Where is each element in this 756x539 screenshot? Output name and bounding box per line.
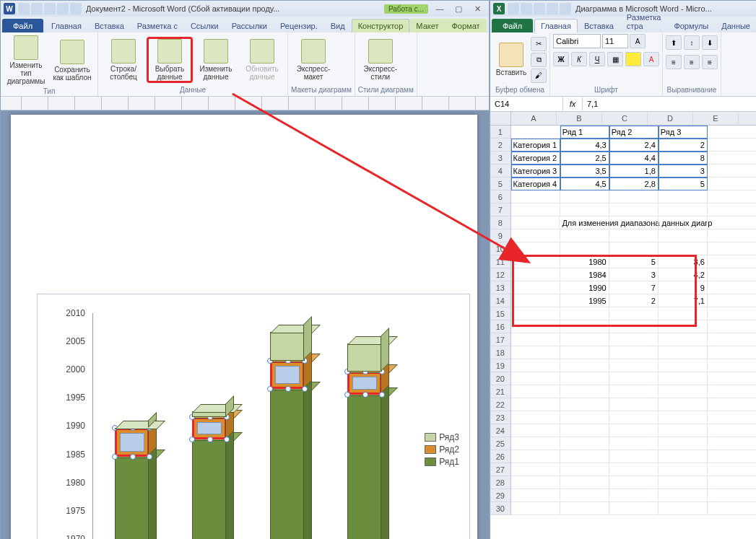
fx-icon[interactable]: fx <box>563 97 583 111</box>
cell[interactable] <box>560 203 609 216</box>
cell[interactable] <box>511 450 560 463</box>
cell[interactable] <box>659 203 708 216</box>
cell[interactable] <box>659 320 708 333</box>
cell[interactable] <box>560 307 609 320</box>
row-header[interactable]: 5 <box>490 178 511 190</box>
cell[interactable]: 7 <box>609 281 659 294</box>
row-header[interactable]: 15 <box>490 307 511 320</box>
cell[interactable] <box>511 437 560 450</box>
cell[interactable] <box>659 346 708 359</box>
cell[interactable]: Категория 3 <box>511 165 560 178</box>
cell[interactable] <box>659 242 708 255</box>
cell[interactable] <box>511 489 560 502</box>
cell[interactable] <box>708 398 756 411</box>
select-all-corner[interactable] <box>490 112 511 125</box>
font-name-select[interactable]: Calibri <box>553 34 601 48</box>
row-header[interactable]: 26 <box>490 450 511 463</box>
cell[interactable] <box>609 203 659 216</box>
cell[interactable] <box>609 424 659 437</box>
cell[interactable] <box>609 476 659 489</box>
cell[interactable] <box>511 463 560 476</box>
cell[interactable] <box>609 489 659 502</box>
row-header[interactable]: 7 <box>490 203 511 216</box>
cell[interactable] <box>560 359 609 372</box>
row-header[interactable]: 24 <box>490 424 511 437</box>
cell[interactable]: 1980 <box>560 255 609 268</box>
bold-button[interactable]: Ж <box>553 52 569 66</box>
cell[interactable]: 4,3 <box>560 139 609 152</box>
express-layout-button[interactable]: Экспресс-макет <box>291 38 336 82</box>
font-size-select[interactable]: 11 <box>602 34 628 48</box>
cell[interactable] <box>560 411 609 424</box>
cell[interactable] <box>560 489 609 502</box>
cell[interactable] <box>511 242 560 255</box>
cell[interactable] <box>609 385 659 398</box>
cell[interactable]: 2,8 <box>609 178 659 190</box>
cell[interactable] <box>609 437 659 450</box>
cell[interactable] <box>659 424 708 437</box>
cell[interactable] <box>708 346 756 359</box>
tab-insert[interactable]: Вставка <box>88 19 131 32</box>
close-icon[interactable]: ✕ <box>469 3 486 14</box>
cell[interactable] <box>560 190 609 203</box>
cell[interactable]: 2 <box>609 294 659 307</box>
cell[interactable]: 4,4 <box>609 152 659 165</box>
cell[interactable] <box>708 242 756 255</box>
cell[interactable]: 5 <box>659 178 708 190</box>
cell[interactable]: 9 <box>659 281 708 294</box>
row-header[interactable]: 16 <box>490 320 511 333</box>
align-right-button[interactable]: ≡ <box>702 55 718 69</box>
cell[interactable] <box>560 437 609 450</box>
cell[interactable] <box>609 190 659 203</box>
cell[interactable] <box>659 489 708 502</box>
row-header[interactable]: 30 <box>490 502 511 515</box>
cell[interactable] <box>609 450 659 463</box>
cell[interactable] <box>708 281 756 294</box>
align-mid-button[interactable]: ↕ <box>684 35 700 50</box>
cell[interactable]: Ряд 3 <box>659 126 708 139</box>
row-header[interactable]: 8 <box>490 216 511 229</box>
cell[interactable] <box>659 437 708 450</box>
row-header[interactable]: 25 <box>490 437 511 450</box>
cell[interactable] <box>511 502 560 515</box>
italic-button[interactable]: К <box>571 52 587 66</box>
cell[interactable]: 4,2 <box>659 268 708 281</box>
cell[interactable] <box>708 502 756 515</box>
cell[interactable] <box>659 411 708 424</box>
cell[interactable] <box>560 502 609 515</box>
cell[interactable]: 1995 <box>560 294 609 307</box>
maximize-icon[interactable]: ▢ <box>450 3 467 14</box>
row-header[interactable]: 2 <box>490 139 511 152</box>
cell[interactable] <box>708 268 756 281</box>
cell[interactable] <box>511 476 560 489</box>
copy-button[interactable]: ⧉ <box>531 53 547 67</box>
cell[interactable]: 3,6 <box>659 255 708 268</box>
row-header[interactable]: 27 <box>490 463 511 476</box>
cell[interactable] <box>511 398 560 411</box>
cell[interactable] <box>609 242 659 255</box>
cell[interactable]: Категория 1 <box>511 139 560 152</box>
cell[interactable] <box>511 255 560 268</box>
cell[interactable] <box>511 359 560 372</box>
tab-file[interactable]: Файл <box>2 19 43 32</box>
cell[interactable]: 5 <box>609 255 659 268</box>
cell[interactable] <box>659 450 708 463</box>
col-header[interactable]: A <box>511 112 557 125</box>
cell[interactable] <box>511 385 560 398</box>
switch-row-col-button[interactable]: Строка/столбец <box>101 38 146 82</box>
cell[interactable] <box>560 320 609 333</box>
cell[interactable] <box>708 294 756 307</box>
cell[interactable] <box>511 203 560 216</box>
col-header[interactable]: B <box>557 112 602 125</box>
row-header[interactable]: 17 <box>490 333 511 346</box>
edit-data-button[interactable]: Изменить данные <box>194 38 238 82</box>
cell[interactable] <box>511 229 560 242</box>
row-header[interactable]: 19 <box>490 359 511 372</box>
excel-tab-home[interactable]: Главная <box>534 19 578 32</box>
cell[interactable] <box>511 411 560 424</box>
cell[interactable] <box>708 229 756 242</box>
row-header[interactable]: 29 <box>490 489 511 502</box>
cell[interactable] <box>659 372 708 385</box>
cell[interactable] <box>659 216 708 229</box>
cell[interactable] <box>609 229 659 242</box>
